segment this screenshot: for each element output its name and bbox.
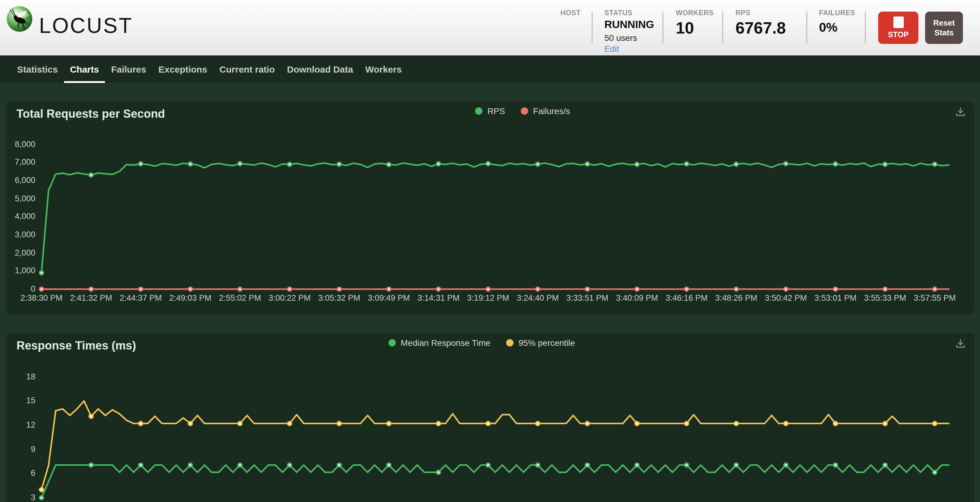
data-point-marker-center	[586, 422, 589, 424]
data-point-marker-center	[388, 422, 390, 424]
data-point-marker-center	[487, 163, 489, 165]
data-point-marker-center	[140, 163, 142, 165]
data-point-marker-center	[189, 288, 191, 290]
status-label: STATUS	[605, 9, 654, 16]
data-point-marker-center	[388, 288, 390, 290]
data-point-marker-center	[586, 288, 589, 290]
data-point-marker-center	[785, 464, 787, 466]
data-point-marker-center	[636, 422, 638, 424]
data-point-marker-center	[835, 288, 837, 290]
header-divider	[865, 11, 866, 43]
data-point-marker-center	[934, 471, 936, 473]
chart-card-response-times: Response Times (ms) Median Response Time…	[6, 333, 975, 502]
logo-wordmark: LOCUST	[39, 13, 133, 38]
data-point-marker-center	[41, 489, 43, 491]
workers-label: WORKERS	[676, 9, 713, 16]
data-point-marker-center	[884, 422, 886, 424]
workers-value: 10	[676, 19, 713, 38]
data-point-marker-center	[785, 422, 787, 424]
stat-failures: FAILURES 0%	[819, 9, 855, 35]
data-point-marker-center	[239, 422, 241, 424]
header-divider	[722, 11, 723, 43]
chart-canvas[interactable]	[6, 101, 975, 314]
edit-users-link[interactable]: Edit	[605, 44, 654, 54]
data-point-marker-center	[288, 164, 291, 166]
status-user-count: 50 users	[605, 33, 654, 43]
data-point-marker-center	[438, 471, 440, 473]
data-point-marker-center	[189, 422, 191, 424]
data-point-marker-center	[735, 288, 737, 290]
data-point-marker-center	[338, 163, 340, 165]
host-label: HOST	[560, 9, 581, 16]
data-point-marker-center	[288, 422, 291, 424]
data-point-marker-center	[487, 288, 489, 290]
series-line-95-percentile	[41, 401, 949, 490]
stat-rps: RPS 6767.8	[735, 9, 786, 38]
data-point-marker-center	[239, 163, 241, 165]
data-point-marker-center	[636, 164, 638, 166]
data-point-marker-center	[140, 464, 142, 466]
data-point-marker-center	[884, 288, 886, 290]
data-point-marker-center	[586, 464, 589, 466]
data-point-marker-center	[438, 288, 440, 290]
stop-icon	[893, 16, 904, 28]
data-point-marker-center	[686, 422, 687, 424]
data-point-marker-center	[934, 163, 936, 165]
data-point-marker-center	[785, 163, 787, 165]
rps-value: 6767.8	[735, 19, 786, 38]
stat-status: STATUS RUNNING 50 users Edit	[605, 9, 654, 54]
tab-failures[interactable]: Failures	[105, 56, 152, 83]
data-point-marker-center	[140, 288, 142, 290]
data-point-marker-center	[487, 422, 489, 424]
data-point-marker-center	[686, 464, 687, 466]
data-point-marker-center	[586, 163, 589, 165]
stop-button[interactable]: STOP	[878, 11, 918, 44]
data-point-marker-center	[934, 422, 936, 424]
tab-charts[interactable]: Charts	[64, 56, 105, 83]
stop-button-label: STOP	[888, 30, 908, 39]
data-point-marker-center	[438, 422, 440, 424]
header: LOCUST HOST STATUS RUNNING 50 users Edit…	[0, 0, 980, 56]
tab-download-data[interactable]: Download Data	[281, 56, 359, 83]
data-point-marker-center	[338, 464, 340, 466]
reset-stats-button[interactable]: Reset Stats	[925, 11, 963, 44]
series-line-median-response-time	[41, 465, 949, 498]
data-point-marker-center	[686, 288, 687, 290]
data-point-marker-center	[735, 422, 737, 424]
data-point-marker-center	[90, 464, 92, 466]
header-divider	[806, 11, 807, 43]
header-divider	[592, 11, 593, 43]
data-point-marker-center	[90, 288, 92, 290]
failures-value: 0%	[819, 20, 855, 35]
data-point-marker-center	[41, 497, 43, 499]
data-point-marker-center	[239, 288, 241, 290]
data-point-marker-center	[90, 415, 92, 417]
tab-statistics[interactable]: Statistics	[11, 56, 64, 83]
data-point-marker-center	[288, 464, 291, 466]
data-point-marker-center	[636, 464, 638, 466]
tab-current-ratio[interactable]: Current ratio	[213, 56, 281, 83]
stat-workers: WORKERS 10	[676, 9, 713, 38]
chart-card-total-rps: Total Requests per Second RPSFailures/s …	[6, 101, 975, 314]
data-point-marker-center	[537, 288, 539, 290]
chart-canvas[interactable]	[6, 333, 975, 502]
tab-workers[interactable]: Workers	[359, 56, 408, 83]
data-point-marker-center	[884, 464, 886, 466]
reset-stats-label: Reset Stats	[933, 18, 955, 37]
status-value: RUNNING	[605, 18, 654, 31]
data-point-marker-center	[90, 174, 92, 176]
data-point-marker-center	[934, 288, 936, 290]
data-point-marker-center	[487, 464, 489, 466]
data-point-marker-center	[388, 464, 390, 466]
data-point-marker-center	[835, 464, 837, 466]
data-point-marker-center	[735, 163, 737, 165]
main-nav: StatisticsChartsFailuresExceptionsCurren…	[0, 56, 980, 83]
locust-web-ui: LOCUST HOST STATUS RUNNING 50 users Edit…	[0, 0, 980, 502]
data-point-marker-center	[41, 272, 43, 274]
tab-exceptions[interactable]: Exceptions	[153, 56, 213, 83]
series-line-rps	[41, 163, 949, 273]
data-point-marker-center	[189, 464, 191, 466]
data-point-marker-center	[835, 163, 837, 165]
data-point-marker-center	[537, 163, 539, 165]
data-point-marker-center	[537, 422, 539, 424]
